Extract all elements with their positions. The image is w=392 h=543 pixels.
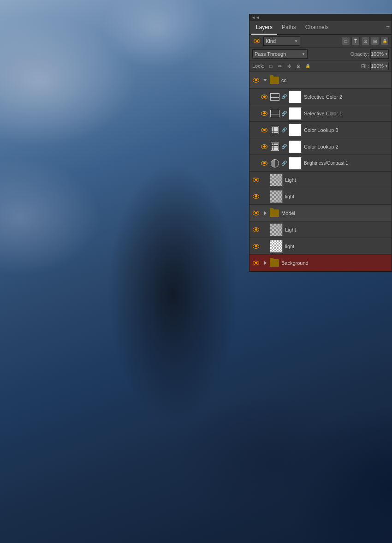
opacity-label: Opacity: <box>350 51 369 57</box>
opacity-arrow: ▼ <box>385 52 388 56</box>
eye-background[interactable] <box>251 258 261 268</box>
layer-row-selective-color-2[interactable]: 🔗 Selective Color 2 <box>249 89 392 105</box>
eye-brightness-contrast-1[interactable] <box>260 159 269 168</box>
thumb-light-1 <box>270 173 283 186</box>
fill-label: Fill: <box>361 63 369 69</box>
thumb-selective-color-1 <box>289 107 302 120</box>
layer-name-cc: cc <box>280 78 390 83</box>
layer-name-background: Background <box>280 260 390 266</box>
layer-row-light-lowercase-2[interactable]: light <box>249 238 392 255</box>
layer-name-model-group: Model <box>280 210 390 216</box>
fill-input[interactable]: 100% ▼ <box>370 62 389 70</box>
layer-name-brightness-contrast-1: Brightness/Contrast 1 <box>303 161 390 166</box>
blend-dropdown-arrow: ▼ <box>302 52 305 56</box>
layer-row-light-2[interactable]: Light <box>249 221 392 238</box>
fill-arrow: ▼ <box>385 64 388 68</box>
collapse-arrows: ◄◄ <box>251 15 260 20</box>
lock-artboard-btn[interactable]: ⊠ <box>295 62 302 70</box>
adj-icon-color-lookup-3 <box>270 125 279 135</box>
link-brightness-contrast-1: 🔗 <box>281 160 287 167</box>
eye-color-lookup-3[interactable] <box>260 125 269 135</box>
tab-paths[interactable]: Paths <box>277 21 301 35</box>
layers-panel: ◄◄ Layers Paths Channels ≡ Kind <box>249 14 392 272</box>
layer-list: cc 🔗 Selective Color 2 <box>249 72 392 271</box>
lock-icons: □ ✏ ✜ ⊠ 🔒 <box>267 62 311 70</box>
layer-row-model-group[interactable]: Model <box>249 205 392 221</box>
filter-icons: □ T ⊡ ⊞ 🔒 <box>342 37 389 45</box>
layer-row-selective-color-1[interactable]: 🔗 Selective Color 1 <box>249 105 392 122</box>
filter-visibility-icon[interactable] <box>252 36 261 46</box>
thumb-light-lowercase-1 <box>270 190 283 203</box>
lock-label: Lock: <box>252 63 264 69</box>
filter-type-icon[interactable]: T <box>351 37 360 45</box>
layer-name-light-1: Light <box>284 177 390 183</box>
thumb-brightness-contrast-1 <box>289 157 302 170</box>
tab-channels[interactable]: Channels <box>301 21 333 35</box>
eye-light-2[interactable] <box>251 225 261 234</box>
eye-selective-color-2[interactable] <box>260 92 269 101</box>
lock-position-btn[interactable]: ✜ <box>285 62 293 70</box>
filter-dropdown-arrow: ▼ <box>294 39 298 43</box>
eye-light-lowercase-1[interactable] <box>251 192 261 201</box>
layer-row-brightness-contrast-1[interactable]: 🔗 Brightness/Contrast 1 <box>249 155 392 172</box>
filter-kind-dropdown[interactable]: Kind ▼ <box>263 36 300 46</box>
folder-icon-model <box>270 209 279 217</box>
thumb-color-lookup-2 <box>289 140 302 153</box>
thumb-selective-color-2 <box>289 90 302 103</box>
eye-model-group[interactable] <box>251 209 261 218</box>
eye-color-lookup-2[interactable] <box>260 142 269 151</box>
filter-smart-icon[interactable]: ⊞ <box>371 37 379 45</box>
lock-paint-btn[interactable]: ✏ <box>276 62 284 70</box>
layer-name-color-lookup-3: Color Lookup 3 <box>303 127 390 133</box>
link-color-lookup-2: 🔗 <box>281 143 287 150</box>
adj-icon-selective-color-2 <box>270 92 279 101</box>
layer-name-selective-color-2: Selective Color 2 <box>303 94 390 100</box>
layer-row-color-lookup-3[interactable]: 🔗 Color Lookup 3 <box>249 122 392 138</box>
link-selective-color-1: 🔗 <box>281 110 287 117</box>
thumb-light-lowercase-2 <box>270 240 283 253</box>
lock-all-btn[interactable]: 🔒 <box>304 62 311 70</box>
filter-lock-icon[interactable]: 🔒 <box>380 37 389 45</box>
opacity-input[interactable]: 100% ▼ <box>370 49 389 59</box>
blend-mode-row: Pass Through ▼ Opacity: 100% ▼ <box>249 48 392 60</box>
layer-row-background[interactable]: Background <box>249 255 392 271</box>
adj-icon-brightness-contrast-1 <box>270 159 279 168</box>
panel-tabs: Layers Paths Channels ≡ <box>249 21 392 35</box>
opacity-section: Opacity: 100% ▼ <box>350 49 389 59</box>
eye-selective-color-1[interactable] <box>260 109 269 118</box>
layer-row-color-lookup-2[interactable]: 🔗 Color Lookup 2 <box>249 138 392 155</box>
expand-model-group[interactable] <box>262 210 268 216</box>
eye-light-1[interactable] <box>251 175 261 185</box>
thumb-light-2 <box>270 223 283 236</box>
layer-name-selective-color-1: Selective Color 1 <box>303 111 390 116</box>
layer-row-light-lowercase-1[interactable]: light <box>249 188 392 205</box>
layer-name-light-lowercase-1: light <box>284 194 390 199</box>
lock-row: Lock: □ ✏ ✜ ⊠ 🔒 Fill: 100% ▼ <box>249 60 392 72</box>
layers-panel-container: ◄◄ Layers Paths Channels ≡ Kind <box>249 14 392 272</box>
blend-mode-dropdown[interactable]: Pass Through ▼ <box>252 49 308 59</box>
fill-section: Fill: 100% ▼ <box>361 62 389 70</box>
thumb-color-lookup-3 <box>289 124 302 137</box>
filter-pixel-icon[interactable]: □ <box>342 37 350 45</box>
tab-layers[interactable]: Layers <box>251 21 277 35</box>
layer-name-light-lowercase-2: light <box>284 244 390 249</box>
link-selective-color-2: 🔗 <box>281 94 287 100</box>
layer-name-color-lookup-2: Color Lookup 2 <box>303 144 390 149</box>
layer-name-light-2: Light <box>284 227 390 233</box>
panel-collapse-bar[interactable]: ◄◄ <box>249 14 392 21</box>
adj-icon-selective-color-1 <box>270 109 279 118</box>
expand-background[interactable] <box>262 260 268 266</box>
eye-cc-group[interactable] <box>251 76 261 85</box>
eye-light-lowercase-2[interactable] <box>251 242 261 251</box>
layer-row-cc-group[interactable]: cc <box>249 72 392 89</box>
filter-row: Kind ▼ □ T ⊡ ⊞ 🔒 <box>249 35 392 48</box>
filter-shape-icon[interactable]: ⊡ <box>361 37 369 45</box>
link-color-lookup-3: 🔗 <box>281 127 287 133</box>
folder-icon-background <box>270 259 279 267</box>
folder-icon-cc <box>270 77 279 84</box>
panel-menu-icon[interactable]: ≡ <box>386 24 390 31</box>
adj-icon-color-lookup-2 <box>270 142 279 151</box>
expand-cc-group[interactable] <box>262 77 268 84</box>
lock-transparent-btn[interactable]: □ <box>267 62 274 70</box>
layer-row-light-1[interactable]: Light <box>249 172 392 188</box>
